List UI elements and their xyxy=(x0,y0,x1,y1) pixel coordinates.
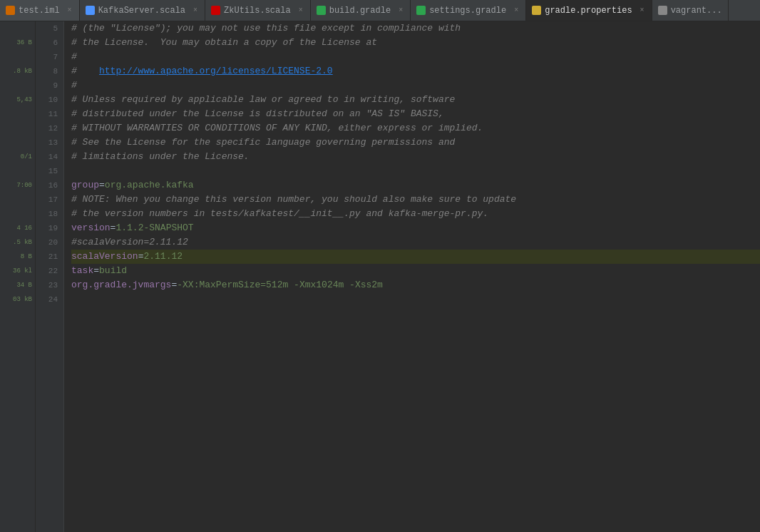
comment-text: # Unless required by applicable law or a… xyxy=(71,93,455,107)
code-line-12: # WITHOUT WARRANTIES OR CONDITIONS OF AN… xyxy=(71,121,760,135)
tab-label-settings-gradle: settings.gradle xyxy=(429,6,506,16)
tab-icon-zk-utils xyxy=(211,6,220,15)
property-value: build xyxy=(99,264,127,278)
line-num-18: 18 xyxy=(36,207,58,221)
tab-icon-gradle-properties xyxy=(532,6,541,15)
tab-icon-settings-gradle xyxy=(416,6,426,15)
left-info-21: 8 B xyxy=(0,250,35,264)
comment-text: #scalaVersion=2.11.12 xyxy=(71,235,188,250)
plain-text: = xyxy=(138,250,144,264)
code-line-18: # the version numbers in tests/kafkatest… xyxy=(71,207,760,221)
comment-text: # distributed under the License is distr… xyxy=(71,107,444,121)
code-line-14: # limitations under the License. xyxy=(71,150,760,164)
left-info-16: 7:00 xyxy=(0,178,35,193)
tab-zk-utils[interactable]: ZkUtils.scala× xyxy=(205,0,311,21)
tab-bar: test.iml×KafkaServer.scala×ZkUtils.scala… xyxy=(0,0,760,21)
property-key: version xyxy=(71,221,111,235)
code-line-15 xyxy=(71,164,760,178)
plain-text: = xyxy=(93,264,99,278)
line-num-5: 5 xyxy=(36,21,58,36)
code-line-21: scalaVersion=2.11.12 xyxy=(71,250,760,264)
line-num-11: 11 xyxy=(36,107,58,121)
property-value: org.apache.kafka xyxy=(105,178,194,193)
tab-label-test-iml: test.iml xyxy=(19,6,60,16)
line-num-20: 20 xyxy=(36,235,58,250)
tab-close-test-iml[interactable]: × xyxy=(66,6,73,15)
property-key: scalaVersion xyxy=(71,250,138,264)
plain-text: = xyxy=(99,178,105,193)
property-value: -XX:MaxPermSize=512m -Xmx1024m -Xss2m xyxy=(177,278,383,292)
tab-close-settings-gradle[interactable]: × xyxy=(513,6,520,15)
code-line-5: # (the "License"); you may not use this … xyxy=(71,21,760,36)
property-key: task xyxy=(71,264,93,278)
code-area[interactable]: # (the "License"); you may not use this … xyxy=(64,21,760,532)
code-line-24 xyxy=(71,292,760,307)
tab-close-gradle-properties[interactable]: × xyxy=(639,6,646,15)
line-num-8: 8 xyxy=(36,64,58,78)
line-num-6: 6 xyxy=(36,36,58,50)
code-line-23: org.gradle.jvmargs=-XX:MaxPermSize=512m … xyxy=(71,278,760,292)
left-info-6: 36 B xyxy=(0,36,35,50)
left-info-12 xyxy=(0,121,35,135)
left-info-8: .8 kB xyxy=(0,64,35,78)
tab-label-kafka-server: KafkaServer.scala xyxy=(98,6,185,16)
left-info-17 xyxy=(0,193,35,207)
comment-text: # limitations under the License. xyxy=(71,150,250,164)
property-key: group xyxy=(71,178,99,193)
comment-text: # (the "License"); you may not use this … xyxy=(71,21,461,36)
code-line-10: # Unless required by applicable law or a… xyxy=(71,93,760,107)
left-info-13 xyxy=(0,135,35,150)
line-num-22: 22 xyxy=(36,264,58,278)
comment-text: # xyxy=(71,78,77,93)
left-info-24: 03 kB xyxy=(0,292,35,307)
left-info-19: 4 16 xyxy=(0,221,35,235)
plain-text: = xyxy=(111,221,116,235)
comment-text: # WITHOUT WARRANTIES OR CONDITIONS OF AN… xyxy=(71,121,483,135)
left-info-9 xyxy=(0,78,35,93)
line-num-24: 24 xyxy=(36,292,58,307)
tab-icon-kafka-server xyxy=(86,6,95,15)
comment-text: # NOTE: When you change this version num… xyxy=(71,193,516,207)
tab-close-build-gradle[interactable]: × xyxy=(397,6,404,15)
tab-close-kafka-server[interactable]: × xyxy=(192,6,199,15)
tab-test-iml[interactable]: test.iml× xyxy=(0,0,80,21)
code-line-7: # xyxy=(71,50,760,64)
line-num-15: 15 xyxy=(36,164,58,178)
left-info-15 xyxy=(0,164,35,178)
comment-text: # See the License for the specific langu… xyxy=(71,135,455,150)
line-num-7: 7 xyxy=(36,50,58,64)
tab-close-zk-utils[interactable]: × xyxy=(297,6,304,15)
tab-icon-vagrant xyxy=(658,6,667,15)
code-line-20: #scalaVersion=2.11.12 xyxy=(71,235,760,250)
left-info-5 xyxy=(0,21,35,36)
line-num-10: 10 xyxy=(36,93,58,107)
code-line-6: # the License. You may obtain a copy of … xyxy=(71,36,760,50)
line-num-12: 12 xyxy=(36,121,58,135)
property-key: org.gradle.jvmargs xyxy=(71,278,171,292)
comment-text: # the version numbers in tests/kafkatest… xyxy=(71,207,488,221)
line-num-23: 23 xyxy=(36,278,58,292)
left-info-23: 34 B xyxy=(0,278,35,292)
left-info-11 xyxy=(0,107,35,121)
tab-label-vagrant: vagrant... xyxy=(671,6,722,16)
tab-icon-build-gradle xyxy=(317,6,326,15)
line-num-9: 9 xyxy=(36,78,58,93)
line-num-14: 14 xyxy=(36,150,58,164)
left-info-14: 0/1 xyxy=(0,150,35,164)
code-line-17: # NOTE: When you change this version num… xyxy=(71,193,760,207)
tab-gradle-properties[interactable]: gradle.properties× xyxy=(526,0,652,21)
left-info-18 xyxy=(0,207,35,221)
editor-container: 36 B.8 kB5,430/17:004 16.5 kB8 B36 kl34 … xyxy=(0,21,760,532)
tab-vagrant[interactable]: vagrant... xyxy=(652,0,729,21)
tab-icon-test-iml xyxy=(6,6,15,15)
tab-kafka-server[interactable]: KafkaServer.scala× xyxy=(80,0,205,21)
tab-build-gradle[interactable]: build.gradle× xyxy=(311,0,411,21)
property-value: 2.11.12 xyxy=(143,250,183,264)
code-line-16: group=org.apache.kafka xyxy=(71,178,760,193)
tab-settings-gradle[interactable]: settings.gradle× xyxy=(411,0,526,21)
left-info-20: .5 kB xyxy=(0,235,35,250)
line-num-13: 13 xyxy=(36,135,58,150)
left-panel: 36 B.8 kB5,430/17:004 16.5 kB8 B36 kl34 … xyxy=(0,21,36,532)
code-line-22: task=build xyxy=(71,264,760,278)
code-line-11: # distributed under the License is distr… xyxy=(71,107,760,121)
